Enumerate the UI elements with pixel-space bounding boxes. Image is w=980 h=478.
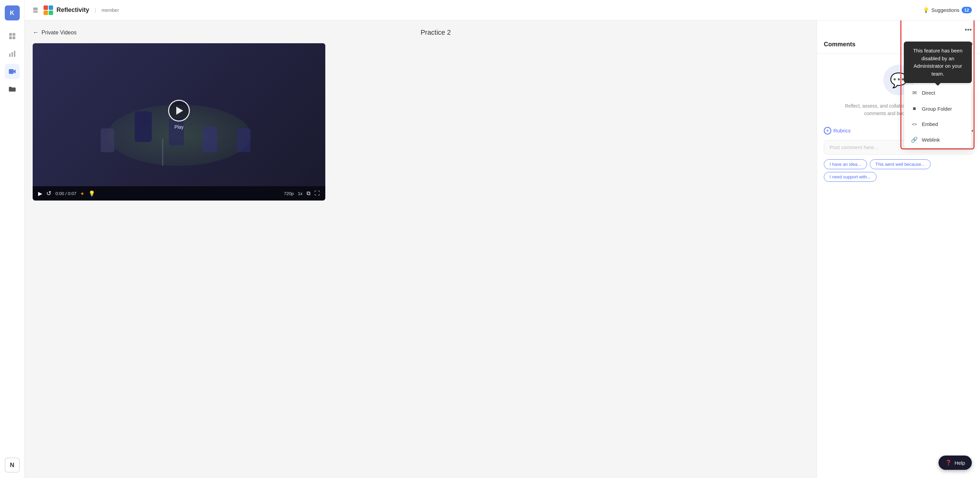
notion-button[interactable]: N	[5, 457, 20, 473]
sidebar-item-videos[interactable]	[5, 64, 20, 79]
play-pause-icon[interactable]: ▶	[38, 190, 42, 197]
quick-tag-well[interactable]: This went well because...	[870, 159, 931, 169]
play-label: Play	[174, 124, 183, 130]
help-icon: ❓	[945, 460, 952, 466]
user-avatar[interactable]: K	[5, 5, 20, 21]
suggestions-badge: 12	[962, 7, 972, 13]
topnav-right: 💡 Suggestions 12	[923, 7, 972, 13]
svg-rect-6	[14, 51, 15, 57]
quality-selector[interactable]: 720p	[284, 191, 294, 196]
play-circle	[168, 100, 190, 121]
help-label: Help	[955, 460, 965, 466]
sidebar-item-folders[interactable]	[5, 82, 20, 97]
embed-label: Embed	[922, 121, 938, 127]
video-thumbnail: Play	[33, 43, 325, 186]
figure-5	[237, 128, 250, 152]
topnav: ☰ Reflectivity | member 💡 Suggestions 12	[24, 0, 980, 21]
play-button[interactable]: Play	[168, 100, 190, 130]
panel-top-bar: ••• This feature has been disabled by an…	[817, 21, 980, 35]
more-menu-container: ••• This feature has been disabled by an…	[962, 24, 975, 35]
group-folder-label: Group Folder	[922, 106, 952, 112]
video-title: Practice 2	[76, 29, 795, 37]
suggestions-label: Suggestions	[931, 7, 959, 13]
comments-title: Comments	[824, 41, 856, 48]
star-icon[interactable]: ★	[80, 191, 84, 196]
logo-green	[49, 11, 53, 15]
embed-icon: <>	[911, 121, 918, 127]
breadcrumb-section: Private Videos	[41, 30, 76, 36]
quick-tag-idea[interactable]: I have an idea...	[824, 159, 867, 169]
share-weblink[interactable]: 🔗 Weblink	[904, 132, 972, 148]
svg-rect-7	[9, 69, 14, 74]
sidebar: K N	[0, 0, 24, 478]
video-section: ← Private Videos Practice 2	[24, 21, 817, 478]
app-role: member	[102, 8, 119, 13]
speed-selector[interactable]: 1x	[298, 191, 302, 196]
content-area: ← Private Videos Practice 2	[24, 21, 980, 478]
group-folder-icon: ■	[911, 105, 918, 112]
quick-tags: I have an idea... This went well because…	[824, 159, 973, 182]
share-dropdown: This feature has been disabled by an Adm…	[904, 41, 972, 148]
share-group-folder[interactable]: ■ Group Folder	[904, 101, 972, 116]
dropdown-menu: ✉ Direct ■ Group Folder <> Embed	[904, 84, 972, 148]
picture-in-picture-icon[interactable]: ⧉	[307, 190, 310, 196]
svg-rect-0	[9, 33, 12, 36]
video-controls-right: 720p 1x ⧉ ⛶	[284, 190, 320, 196]
mic-stand	[162, 139, 163, 166]
svg-rect-2	[9, 37, 12, 39]
logo-red	[43, 5, 48, 10]
svg-rect-1	[13, 33, 15, 36]
weblink-icon: 🔗	[911, 137, 918, 143]
lightbulb-icon: 💡	[923, 7, 929, 13]
video-controls: ▶ ↺ 0:00 / 0:07 ★ 💡 720p 1x ⧉ ⛶	[33, 186, 325, 201]
fullscreen-icon[interactable]: ⛶	[314, 190, 320, 196]
tooltip-box: This feature has been disabled by an Adm…	[904, 41, 972, 83]
direct-icon: ✉	[911, 89, 918, 96]
back-button[interactable]: ←	[33, 29, 39, 36]
share-embed[interactable]: <> Embed	[904, 116, 972, 132]
logo-yellow	[43, 11, 48, 15]
rubrics-label: Rubrics	[833, 127, 851, 134]
hamburger-icon[interactable]: ☰	[33, 6, 38, 14]
suggestions-button[interactable]: 💡 Suggestions 12	[923, 7, 972, 13]
video-scene: Play	[33, 43, 325, 186]
logo-area: Reflectivity | member	[43, 5, 119, 15]
video-player: Play ▶ ↺ 0:00 / 0:07 ★ 💡 720p 1x	[33, 43, 325, 201]
rubrics-button[interactable]: + Rubrics	[824, 127, 851, 134]
logo-blue	[49, 5, 53, 10]
figure-4	[203, 127, 217, 152]
svg-rect-3	[13, 37, 15, 39]
rewind-icon[interactable]: ↺	[46, 190, 51, 197]
logo-divider: |	[95, 7, 96, 13]
sidebar-item-dashboard[interactable]	[5, 29, 20, 44]
main-content: ☰ Reflectivity | member 💡 Suggestions 12	[24, 0, 980, 478]
svg-rect-5	[11, 52, 13, 57]
rubrics-plus-icon: +	[824, 127, 831, 134]
time-display: 0:00 / 0:07	[56, 191, 76, 196]
figure-1	[101, 128, 115, 152]
logo-squares	[43, 5, 53, 15]
bulb-icon[interactable]: 💡	[89, 190, 95, 197]
app-name: Reflectivity	[56, 6, 89, 14]
svg-rect-4	[9, 53, 11, 57]
help-button[interactable]: ❓ Help	[939, 456, 972, 470]
figure-2	[135, 112, 152, 142]
notion-icon: N	[10, 462, 14, 469]
quick-tag-support[interactable]: I need support with...	[824, 172, 877, 182]
right-panel: ••• This feature has been disabled by an…	[817, 21, 980, 478]
more-options-button[interactable]: •••	[962, 24, 975, 35]
direct-label: Direct	[922, 90, 935, 96]
weblink-label: Weblink	[922, 137, 940, 143]
play-triangle	[176, 107, 183, 115]
sidebar-item-analytics[interactable]	[5, 46, 20, 61]
breadcrumb-row: ← Private Videos Practice 2	[33, 29, 808, 37]
share-direct[interactable]: ✉ Direct	[904, 85, 972, 101]
